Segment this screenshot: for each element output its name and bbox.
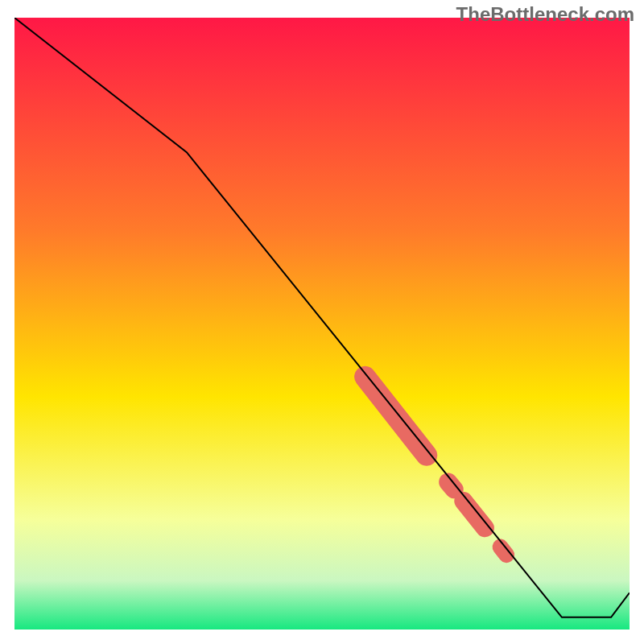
heatmap-background: [14, 18, 630, 630]
chart-container: TheBottleneck.com: [0, 0, 644, 644]
plot-area: [14, 18, 630, 630]
watermark-text: TheBottleneck.com: [456, 3, 634, 26]
chart-svg: [14, 18, 630, 630]
